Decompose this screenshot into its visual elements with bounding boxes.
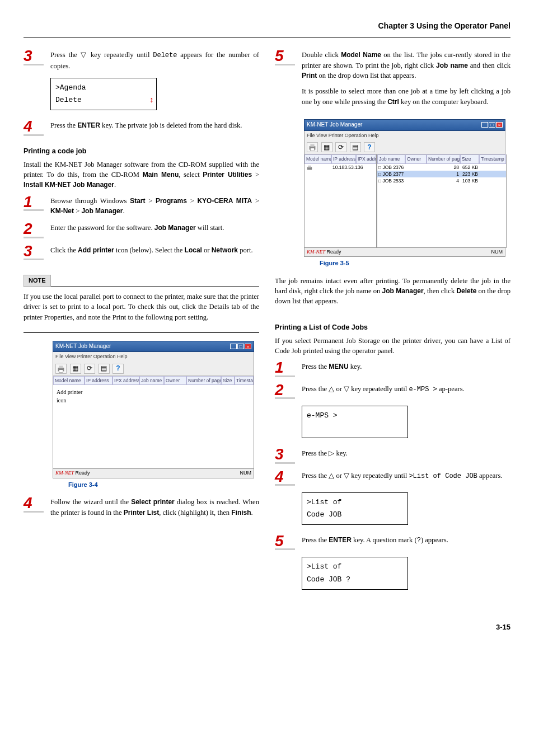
maximize-icon[interactable]: □ — [489, 122, 495, 128]
toolbar-button[interactable]: ▦ — [321, 142, 332, 152]
b: Start — [130, 197, 145, 205]
b: Programs — [156, 197, 187, 205]
col[interactable]: Owner — [405, 154, 427, 163]
lcd-display: >List of Code JOB — [302, 492, 408, 525]
col[interactable]: Timestamp — [235, 376, 254, 385]
step-3-delete: 3 Press the ▽ key repeatedly until Delet… — [24, 50, 259, 71]
step-body: Press the MENU key. — [302, 361, 510, 377]
lcd-line: Delete — [55, 94, 152, 106]
step-number: 1 — [24, 196, 44, 211]
figure-3-5-screenshot: KM-NET Job Manager _□× File View Printer… — [304, 119, 505, 257]
list-body[interactable]: Add printer icon — [53, 385, 254, 469]
window-title: KM-NET Job Manager — [55, 343, 111, 349]
txt: Press the △ or ▽ key repeatedly until — [302, 385, 409, 393]
window-titlebar[interactable]: KM-NET Job Manager _□× — [304, 119, 505, 131]
col[interactable]: Number of pages — [186, 376, 221, 385]
maximize-icon[interactable]: □ — [237, 344, 244, 349]
txt: Enter the password for the software. — [50, 224, 154, 232]
col[interactable]: Model name — [305, 154, 331, 163]
table-row[interactable]: □ JOB 237628652 KB — [377, 164, 506, 171]
figure-label: Figure 3-4 — [68, 481, 259, 490]
lcd-line: Code JOB — [307, 509, 403, 521]
menubar[interactable]: File View Printer Operation Help — [53, 352, 254, 361]
note-heading: NOTE — [24, 275, 51, 287]
toolbar-button[interactable]: ⟳ — [335, 142, 346, 152]
col[interactable]: Size — [221, 376, 235, 385]
txt: . — [251, 509, 253, 516]
arrow-icon: ↕ — [149, 94, 154, 107]
two-columns: 3 Press the ▽ key repeatedly until Delet… — [24, 50, 510, 599]
col[interactable]: Job name — [377, 154, 405, 163]
svg-rect-5 — [310, 148, 314, 151]
col[interactable]: IPX address — [113, 376, 139, 385]
statusbar: KM-NET Ready NUM — [53, 469, 254, 478]
toolbar-button[interactable]: ▤ — [99, 364, 110, 374]
col[interactable]: IP address — [85, 376, 113, 385]
toolbar-button[interactable]: ⟳ — [84, 364, 95, 374]
add-printer-button[interactable] — [55, 364, 67, 374]
svg-rect-2 — [59, 370, 63, 373]
job-list[interactable]: □ JOB 237628652 KB □ JOB 23771223 KB □ J… — [377, 164, 507, 248]
toolbar: ▦ ⟳ ▤ ? — [53, 361, 254, 376]
step-body: Press the △ or ▽ key repeatedly until >L… — [302, 471, 510, 486]
col[interactable]: Job name — [139, 376, 164, 385]
chapter-title: Chapter 3 Using the Operator Panel — [24, 20, 510, 31]
b: Delete — [456, 287, 476, 295]
step-body: Press the ENTER key. The private job is … — [50, 120, 259, 135]
help-button[interactable]: ? — [364, 142, 375, 152]
lcd-display: >List of Code JOB ? — [302, 557, 408, 589]
txt: icon (below). Select the — [114, 246, 185, 254]
toolbar-button[interactable]: ▤ — [350, 142, 361, 152]
col[interactable]: Size — [460, 154, 479, 163]
statusbar: KM-NET Ready NUM — [304, 248, 505, 257]
split-pane: Model name IP address IPX address 10.183… — [304, 154, 505, 247]
window-controls[interactable]: _□× — [481, 121, 503, 129]
step-2-emps: 2 Press the △ or ▽ key repeatedly until … — [275, 384, 510, 399]
close-icon[interactable]: × — [496, 122, 503, 128]
toolbar-button[interactable]: ▦ — [70, 364, 81, 374]
status-left: KM-NET Ready — [55, 469, 90, 477]
col[interactable]: IP address — [331, 154, 356, 163]
right-column: 5 Double click Model Name on the list. T… — [275, 50, 510, 599]
step-body: Enter the password for the software. Job… — [50, 223, 259, 238]
column-headers: Model name IP address IPX address — [304, 154, 377, 163]
col[interactable]: Number of pages — [427, 154, 460, 163]
minimize-icon[interactable]: _ — [481, 122, 488, 128]
step-3-right: 3 Press the ▷ key. — [275, 448, 510, 463]
table-row[interactable]: □ JOB 25334103 KB — [377, 177, 506, 184]
close-icon[interactable]: × — [245, 344, 251, 349]
table-row[interactable]: 10.183.53.136 — [305, 164, 376, 173]
txt: ) appears. — [421, 536, 448, 544]
txt: . — [114, 181, 116, 189]
add-printer-callout: Add printer icon — [57, 388, 82, 405]
lcd-line: e-MPS > — [307, 410, 403, 422]
step-body: Press the △ or ▽ key repeatedly until e-… — [302, 384, 510, 399]
txt: ap-pears. — [437, 385, 465, 393]
lcd-line — [307, 422, 403, 434]
toolbar: ▦ ⟳ ▤ ? — [304, 140, 505, 155]
minimize-icon[interactable]: _ — [230, 344, 237, 349]
b: Job Manager — [382, 287, 424, 295]
note-frame: If you use the local parallel port to co… — [24, 287, 259, 333]
step-4-listcode: 4 Press the △ or ▽ key repeatedly until … — [275, 471, 510, 486]
left-pane: Model name IP address IPX address 10.183… — [304, 154, 377, 247]
b: Job Manager — [81, 207, 123, 215]
figure-label: Figure 3-5 — [320, 259, 510, 268]
col[interactable]: Timestamp — [479, 154, 506, 163]
col[interactable]: Model name — [53, 376, 85, 385]
menubar[interactable]: File View Printer Operation Help — [304, 131, 505, 140]
col[interactable]: Owner — [164, 376, 186, 385]
col[interactable]: IPX address — [356, 154, 376, 163]
help-button[interactable]: ? — [113, 364, 124, 374]
txt: key on the computer keyboard. — [399, 98, 488, 106]
add-printer-button[interactable] — [307, 142, 318, 152]
table-row[interactable]: □ JOB 23771223 KB — [377, 171, 506, 177]
lcd-line: Code JOB ? — [307, 574, 403, 586]
step-1-browse: 1 Browse through Windows Start > Program… — [24, 196, 259, 217]
code: e-MPS > — [409, 386, 437, 393]
window-controls[interactable]: _□× — [229, 342, 251, 351]
step-2-password: 2 Enter the password for the software. J… — [24, 223, 259, 238]
printer-list[interactable]: 10.183.53.136 — [304, 164, 377, 248]
window-titlebar[interactable]: KM-NET Job Manager _□× — [53, 341, 254, 353]
step-number: 4 — [24, 497, 44, 512]
